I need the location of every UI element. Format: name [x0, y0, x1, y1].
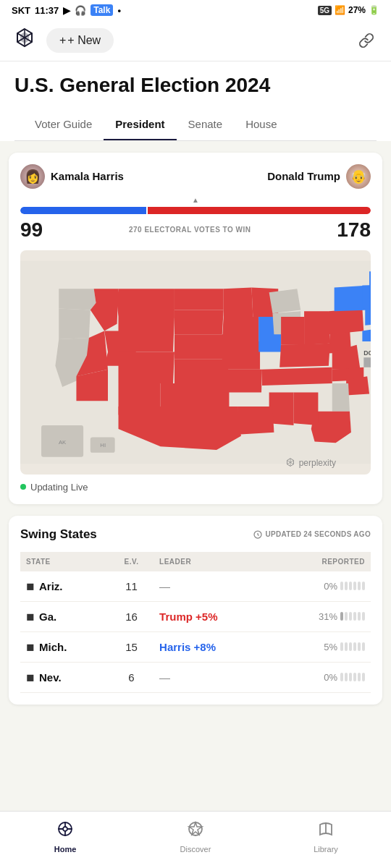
- nav-home[interactable]: Home: [0, 817, 130, 856]
- state-vt-nh: [369, 271, 371, 299]
- reported-pct: 31%: [319, 611, 337, 622]
- harris-votes: 99: [20, 218, 43, 242]
- state-icon: ◼: [26, 580, 35, 592]
- progress-dots: [340, 612, 365, 621]
- status-left: SKT 11:37 ▶ 🎧 Talk •: [12, 4, 121, 16]
- state-abbr: Nev.: [39, 671, 62, 684]
- progress-dot: [353, 673, 356, 681]
- progress-dot: [362, 673, 365, 681]
- progress-dot: [345, 612, 348, 621]
- share-button[interactable]: [353, 27, 379, 54]
- state-ga: [332, 383, 350, 412]
- tab-senate[interactable]: Senate: [177, 109, 235, 140]
- perplexity-watermark: perplexity: [285, 457, 336, 469]
- ev-cell: 6: [109, 662, 154, 692]
- ev-cell: 15: [109, 631, 154, 662]
- battery-icon: 🔋: [369, 5, 379, 15]
- state-ky: [279, 343, 330, 367]
- time-label: 11:37: [35, 5, 59, 16]
- state-in: [281, 317, 304, 345]
- state-ar: [222, 369, 262, 392]
- tab-house[interactable]: House: [234, 109, 288, 140]
- reported-pct: 5%: [324, 642, 337, 652]
- state-icon: ◼: [26, 610, 35, 622]
- triangle-marker: ▲: [20, 196, 371, 204]
- state-wa: [59, 289, 96, 310]
- leader-cell: —: [154, 662, 272, 692]
- progress-dot: [362, 612, 365, 621]
- dot-indicator: •: [117, 5, 121, 16]
- candidate-trump: 👴 Donald Trump: [267, 164, 371, 189]
- progress-dot: [340, 673, 343, 681]
- col-reported: REPORTED: [272, 552, 371, 571]
- progress-dot: [358, 673, 361, 681]
- nav-library[interactable]: Library: [261, 817, 391, 856]
- tabs: Voter Guide President Senate House: [14, 109, 377, 141]
- state-icon: ◼: [26, 671, 35, 683]
- state-or: [59, 308, 91, 339]
- discover-icon: [187, 820, 204, 842]
- svg-text:AK: AK: [59, 439, 67, 446]
- tab-voter-guide[interactable]: Voter Guide: [23, 109, 104, 140]
- svg-text:HI: HI: [100, 442, 106, 448]
- ev-label: 270 ELECTORAL VOTES TO WIN: [129, 226, 251, 234]
- election-card: 👩 Kamala Harris 👴 Donald Trump ▲ 99 270 …: [9, 153, 382, 504]
- leader-cell: Harris +8%: [154, 631, 272, 662]
- updated-label: UPDATED 24 SECONDS AGO: [253, 530, 371, 539]
- us-map: AK HI DC perplexity: [20, 250, 371, 475]
- reported-pct: 0%: [324, 581, 337, 592]
- progress-dot: [358, 582, 361, 590]
- progress-bar: [20, 207, 371, 214]
- progress-dot: [349, 673, 352, 681]
- harris-avatar: 👩: [20, 164, 45, 189]
- state-cell-Nev.: ◼Nev.: [20, 662, 109, 692]
- bottom-nav: Home Discover Library: [0, 811, 391, 868]
- table-row: ◼Ariz.11—0%: [20, 571, 371, 602]
- state-mt: [117, 289, 175, 317]
- home-label: Home: [54, 845, 77, 854]
- svg-rect-7: [363, 357, 371, 367]
- state-mi-u: [269, 289, 301, 313]
- state-wy: [119, 317, 175, 352]
- tab-president[interactable]: President: [104, 109, 176, 140]
- progress-dots: [340, 673, 365, 681]
- progress-dot: [353, 642, 356, 651]
- new-button[interactable]: + + New: [46, 28, 114, 53]
- progress-dot: [358, 612, 361, 621]
- live-dot: [20, 484, 26, 490]
- library-icon: [317, 820, 335, 842]
- state-abbr: Ga.: [39, 610, 56, 623]
- progress-dots: [340, 582, 365, 590]
- harris-name: Kamala Harris: [51, 170, 124, 182]
- state-icon: ◼: [26, 641, 35, 652]
- state-cell-Ga.: ◼Ga.: [20, 601, 109, 631]
- live-indicator: Updating Live: [20, 482, 88, 493]
- state-abbr: Mich.: [39, 641, 67, 653]
- trump-name: Donald Trump: [267, 170, 340, 182]
- table-row: ◼Nev.6—0%: [20, 662, 371, 692]
- signal-bars-icon: 📶: [335, 5, 345, 15]
- map-svg: AK HI DC: [20, 250, 371, 475]
- candidates-row: 👩 Kamala Harris 👴 Donald Trump: [20, 164, 371, 189]
- headphones-icon: 🎧: [75, 5, 86, 16]
- col-leader: LEADER: [154, 552, 272, 571]
- states-tbody: ◼Ariz.11—0%◼Ga.16Trump +5%31%◼Mich.15Har…: [20, 571, 371, 693]
- state-cell-Mich.: ◼Mich.: [20, 631, 109, 662]
- progress-dot: [353, 582, 356, 590]
- ev-cell: 11: [109, 571, 154, 602]
- reported-cell: 0%: [272, 662, 371, 692]
- leader-none: —: [159, 671, 170, 684]
- carrier-label: SKT: [12, 5, 30, 16]
- nav-discover[interactable]: Discover: [130, 817, 261, 856]
- library-label: Library: [314, 845, 338, 854]
- progress-dot: [358, 642, 361, 651]
- plus-icon: +: [59, 34, 66, 47]
- col-ev: E.V.: [109, 552, 154, 571]
- map-footer: Updating Live: [20, 482, 371, 493]
- state-nj: [362, 329, 371, 341]
- state-cell-Ariz.: ◼Ariz.: [20, 571, 109, 602]
- ev-cell: 16: [109, 601, 154, 631]
- leader-cell: Trump +5%: [154, 601, 272, 631]
- leader-cell: —: [154, 571, 272, 602]
- bar-red: [148, 207, 371, 214]
